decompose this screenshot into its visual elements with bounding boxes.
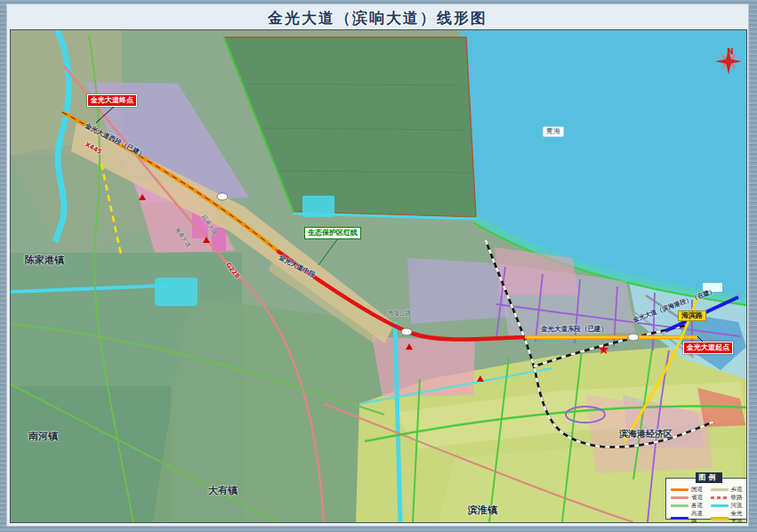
legend-grid: 国道 省道 县道 高速路 乡道 铁路 河流 金光大道 [666,479,747,519]
endpoint-label: 金光大道终点 [87,94,137,107]
town-label-binhaigang-zone: 滨海港经济区 [619,429,672,440]
road-label-seawall: 海堤公路 [388,310,411,317]
sea-label: 黄海 [543,126,564,137]
legend-swatch-tielu [711,496,729,499]
page-title: 金光大道（滨响大道）线形图 [7,8,748,28]
legend-item: 乡道 [711,486,748,494]
compass-star-icon [715,48,742,75]
legend-swatch-xiandao [671,504,689,507]
legend-item: 铁路 [711,494,748,502]
town-label-binhuai: 滨淮镇 [468,504,497,517]
legend-title: 图例 [696,472,722,483]
map-canvas: ★ 金光大道终点 金光大道起点 生态保护区红线 海滨路 黄海 陈家港镇 南河镇 … [10,29,747,523]
town-label-chenjiagang: 陈家港镇 [25,254,64,267]
map-sheet: 金光大道（滨响大道）线形图 [6,4,749,527]
legend-swatch-guodao [671,488,689,491]
town-label-nanhe: 南河镇 [28,431,58,443]
legend-swatch-shengdao [671,496,689,499]
legend-box: 图例 国道 省道 县道 高速路 乡道 铁路 河流 金光大道 [665,478,747,520]
haibin-road-label: 海滨路 [678,310,706,321]
star-marker: ★ [598,342,609,358]
legend-item: 县道 [671,502,708,510]
legend-item: 金光大道 [711,510,748,523]
legend-swatch-jinguang [711,517,729,520]
startpoint-label: 金光大道起点 [683,342,733,354]
legend-swatch-xiangdao [711,488,729,491]
legend-item: 国道 [671,486,708,494]
legend-item: 省道 [671,494,708,502]
legend-item: 高速路 [671,510,708,523]
eco-redline-label: 生态保护区红线 [304,227,361,239]
compass-rose: N [715,48,745,55]
road-label-east: 金光大道东段（已建） [541,325,608,333]
legend-item: 河流 [711,502,748,510]
legend-swatch-gaosulu [671,517,689,520]
legend-swatch-heliu [711,504,729,507]
town-label-dayou: 大有镇 [208,485,238,497]
